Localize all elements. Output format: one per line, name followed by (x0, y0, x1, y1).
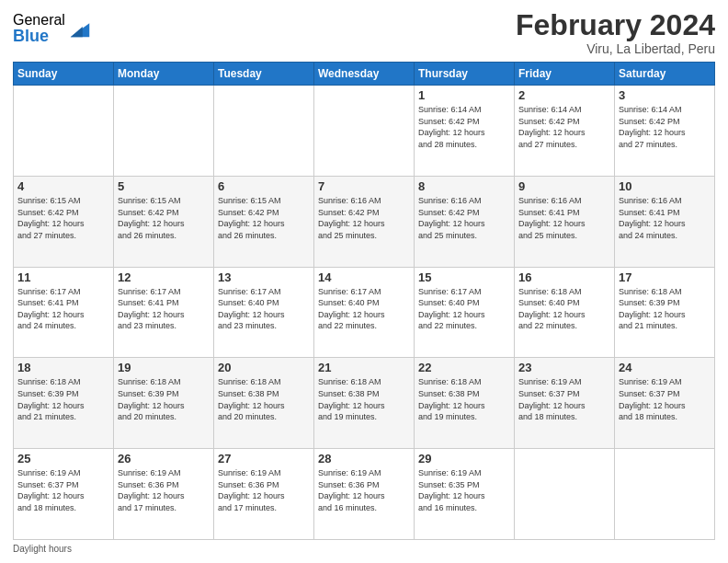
title-block: February 2024 Viru, La Libertad, Peru (516, 9, 715, 56)
logo-blue: Blue (13, 28, 65, 44)
day-number: 4 (17, 179, 109, 193)
logo: General Blue (13, 13, 93, 44)
footer-note: Daylight hours (13, 544, 715, 554)
day-info: Sunrise: 6:14 AM Sunset: 6:42 PM Dayligh… (619, 104, 711, 150)
day-info: Sunrise: 6:15 AM Sunset: 6:42 PM Dayligh… (118, 195, 210, 241)
day-number: 16 (518, 270, 610, 284)
day-number: 13 (218, 270, 310, 284)
day-number: 2 (518, 88, 610, 102)
weekday-header-row: SundayMondayTuesdayWednesdayThursdayFrid… (14, 63, 715, 86)
day-info: Sunrise: 6:19 AM Sunset: 6:37 PM Dayligh… (619, 376, 711, 422)
calendar-cell: 11Sunrise: 6:17 AM Sunset: 6:41 PM Dayli… (14, 267, 114, 358)
day-info: Sunrise: 6:18 AM Sunset: 6:39 PM Dayligh… (619, 286, 711, 332)
day-number: 8 (418, 179, 510, 193)
weekday-header-thursday: Thursday (415, 63, 515, 86)
calendar-week-row: 11Sunrise: 6:17 AM Sunset: 6:41 PM Dayli… (14, 267, 715, 358)
calendar-cell: 14Sunrise: 6:17 AM Sunset: 6:40 PM Dayli… (314, 267, 415, 358)
calendar-cell: 20Sunrise: 6:18 AM Sunset: 6:38 PM Dayli… (214, 358, 314, 449)
weekday-header-monday: Monday (114, 63, 214, 86)
calendar-cell (14, 86, 114, 177)
calendar-cell: 15Sunrise: 6:17 AM Sunset: 6:40 PM Dayli… (415, 267, 515, 358)
day-number: 25 (17, 452, 109, 465)
calendar-week-row: 25Sunrise: 6:19 AM Sunset: 6:37 PM Dayli… (14, 449, 715, 540)
day-number: 10 (619, 179, 711, 193)
calendar-week-row: 18Sunrise: 6:18 AM Sunset: 6:39 PM Dayli… (14, 358, 715, 449)
calendar-cell: 23Sunrise: 6:19 AM Sunset: 6:37 PM Dayli… (515, 358, 615, 449)
day-number: 15 (418, 270, 510, 284)
calendar-cell: 13Sunrise: 6:17 AM Sunset: 6:40 PM Dayli… (214, 267, 314, 358)
calendar-week-row: 1Sunrise: 6:14 AM Sunset: 6:42 PM Daylig… (14, 86, 715, 177)
calendar-cell: 16Sunrise: 6:18 AM Sunset: 6:40 PM Dayli… (515, 267, 615, 358)
day-number: 26 (118, 452, 210, 465)
calendar-cell: 5Sunrise: 6:15 AM Sunset: 6:42 PM Daylig… (114, 176, 214, 267)
calendar-cell: 10Sunrise: 6:16 AM Sunset: 6:41 PM Dayli… (615, 176, 715, 267)
calendar-cell: 4Sunrise: 6:15 AM Sunset: 6:42 PM Daylig… (14, 176, 114, 267)
day-info: Sunrise: 6:19 AM Sunset: 6:36 PM Dayligh… (318, 467, 410, 513)
day-info: Sunrise: 6:18 AM Sunset: 6:39 PM Dayligh… (17, 376, 109, 422)
day-info: Sunrise: 6:19 AM Sunset: 6:36 PM Dayligh… (218, 467, 310, 513)
day-number: 17 (619, 270, 711, 284)
calendar-cell: 8Sunrise: 6:16 AM Sunset: 6:42 PM Daylig… (415, 176, 515, 267)
day-number: 28 (318, 452, 410, 465)
day-info: Sunrise: 6:16 AM Sunset: 6:41 PM Dayligh… (518, 195, 610, 241)
day-number: 23 (518, 361, 610, 374)
calendar-cell: 29Sunrise: 6:19 AM Sunset: 6:35 PM Dayli… (415, 449, 515, 540)
day-info: Sunrise: 6:18 AM Sunset: 6:40 PM Dayligh… (518, 286, 610, 332)
day-info: Sunrise: 6:19 AM Sunset: 6:37 PM Dayligh… (17, 467, 109, 513)
weekday-header-wednesday: Wednesday (314, 63, 415, 86)
day-number: 27 (218, 452, 310, 465)
day-number: 12 (118, 270, 210, 284)
calendar-location: Viru, La Libertad, Peru (516, 41, 715, 56)
day-number: 22 (418, 361, 510, 374)
header: General Blue February 2024 Viru, La Libe… (13, 9, 715, 56)
calendar-cell: 18Sunrise: 6:18 AM Sunset: 6:39 PM Dayli… (14, 358, 114, 449)
day-info: Sunrise: 6:19 AM Sunset: 6:36 PM Dayligh… (118, 467, 210, 513)
calendar-title: February 2024 (516, 9, 715, 41)
day-info: Sunrise: 6:16 AM Sunset: 6:42 PM Dayligh… (318, 195, 410, 241)
calendar-cell (214, 86, 314, 177)
daylight-label: Daylight hours (13, 544, 72, 554)
calendar-cell (615, 449, 715, 540)
calendar-cell: 6Sunrise: 6:15 AM Sunset: 6:42 PM Daylig… (214, 176, 314, 267)
day-number: 1 (418, 88, 510, 102)
calendar-week-row: 4Sunrise: 6:15 AM Sunset: 6:42 PM Daylig… (14, 176, 715, 267)
calendar-table: SundayMondayTuesdayWednesdayThursdayFrid… (13, 62, 715, 540)
calendar-cell: 9Sunrise: 6:16 AM Sunset: 6:41 PM Daylig… (515, 176, 615, 267)
day-info: Sunrise: 6:16 AM Sunset: 6:42 PM Dayligh… (418, 195, 510, 241)
day-info: Sunrise: 6:17 AM Sunset: 6:40 PM Dayligh… (318, 286, 410, 332)
day-info: Sunrise: 6:17 AM Sunset: 6:40 PM Dayligh… (418, 286, 510, 332)
day-info: Sunrise: 6:14 AM Sunset: 6:42 PM Dayligh… (418, 104, 510, 150)
calendar-cell: 19Sunrise: 6:18 AM Sunset: 6:39 PM Dayli… (114, 358, 214, 449)
calendar-cell: 22Sunrise: 6:18 AM Sunset: 6:38 PM Dayli… (415, 358, 515, 449)
calendar-cell: 3Sunrise: 6:14 AM Sunset: 6:42 PM Daylig… (615, 86, 715, 177)
calendar-cell: 12Sunrise: 6:17 AM Sunset: 6:41 PM Dayli… (114, 267, 214, 358)
day-number: 29 (418, 452, 510, 465)
calendar-cell: 21Sunrise: 6:18 AM Sunset: 6:38 PM Dayli… (314, 358, 415, 449)
calendar-cell: 7Sunrise: 6:16 AM Sunset: 6:42 PM Daylig… (314, 176, 415, 267)
calendar-cell: 25Sunrise: 6:19 AM Sunset: 6:37 PM Dayli… (14, 449, 114, 540)
day-number: 11 (17, 270, 109, 284)
weekday-header-tuesday: Tuesday (214, 63, 314, 86)
calendar-cell (114, 86, 214, 177)
calendar-cell: 28Sunrise: 6:19 AM Sunset: 6:36 PM Dayli… (314, 449, 415, 540)
day-number: 3 (619, 88, 711, 102)
day-info: Sunrise: 6:15 AM Sunset: 6:42 PM Dayligh… (218, 195, 310, 241)
day-info: Sunrise: 6:18 AM Sunset: 6:38 PM Dayligh… (218, 376, 310, 422)
day-info: Sunrise: 6:18 AM Sunset: 6:38 PM Dayligh… (318, 376, 410, 422)
day-info: Sunrise: 6:15 AM Sunset: 6:42 PM Dayligh… (17, 195, 109, 241)
day-info: Sunrise: 6:14 AM Sunset: 6:42 PM Dayligh… (518, 104, 610, 150)
calendar-cell: 1Sunrise: 6:14 AM Sunset: 6:42 PM Daylig… (415, 86, 515, 177)
day-info: Sunrise: 6:18 AM Sunset: 6:39 PM Dayligh… (118, 376, 210, 422)
calendar-cell: 24Sunrise: 6:19 AM Sunset: 6:37 PM Dayli… (615, 358, 715, 449)
day-number: 19 (118, 361, 210, 374)
day-info: Sunrise: 6:18 AM Sunset: 6:38 PM Dayligh… (418, 376, 510, 422)
day-number: 21 (318, 361, 410, 374)
calendar-cell: 17Sunrise: 6:18 AM Sunset: 6:39 PM Dayli… (615, 267, 715, 358)
day-number: 24 (619, 361, 711, 374)
day-info: Sunrise: 6:17 AM Sunset: 6:40 PM Dayligh… (218, 286, 310, 332)
calendar-cell: 2Sunrise: 6:14 AM Sunset: 6:42 PM Daylig… (515, 86, 615, 177)
svg-marker-1 (71, 27, 83, 37)
weekday-header-saturday: Saturday (615, 63, 715, 86)
calendar-cell: 27Sunrise: 6:19 AM Sunset: 6:36 PM Dayli… (214, 449, 314, 540)
calendar-cell (515, 449, 615, 540)
